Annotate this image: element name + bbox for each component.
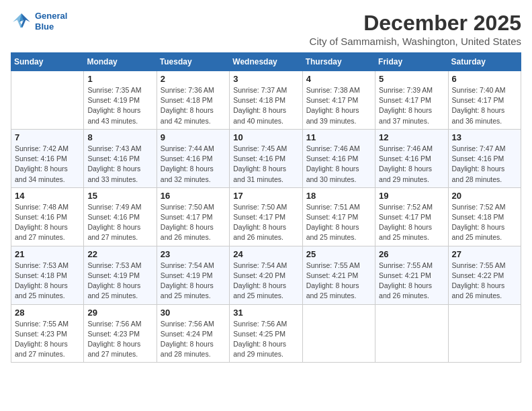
calendar-cell: 22Sunrise: 7:53 AM Sunset: 4:19 PM Dayli… xyxy=(84,246,157,304)
day-number: 15 xyxy=(87,191,152,201)
day-number: 11 xyxy=(306,132,371,142)
day-info: Sunrise: 7:43 AM Sunset: 4:16 PM Dayligh… xyxy=(87,144,152,185)
calendar-cell: 7Sunrise: 7:42 AM Sunset: 4:16 PM Daylig… xyxy=(11,129,84,187)
weekday-header-saturday: Saturday xyxy=(448,53,521,71)
day-number: 7 xyxy=(15,132,80,142)
calendar-cell: 14Sunrise: 7:48 AM Sunset: 4:16 PM Dayli… xyxy=(11,187,84,246)
day-number: 16 xyxy=(161,191,226,201)
calendar-cell: 13Sunrise: 7:47 AM Sunset: 4:16 PM Dayli… xyxy=(448,129,521,187)
calendar-cell: 25Sunrise: 7:55 AM Sunset: 4:21 PM Dayli… xyxy=(302,246,375,304)
title-section: December 2025 City of Sammamish, Washing… xyxy=(310,11,521,47)
day-number: 30 xyxy=(161,308,226,318)
day-number: 19 xyxy=(379,191,444,201)
day-info: Sunrise: 7:53 AM Sunset: 4:18 PM Dayligh… xyxy=(15,261,80,302)
calendar-cell xyxy=(302,304,375,363)
day-info: Sunrise: 7:49 AM Sunset: 4:16 PM Dayligh… xyxy=(87,202,152,243)
day-info: Sunrise: 7:40 AM Sunset: 4:17 PM Dayligh… xyxy=(452,85,517,126)
month-title: December 2025 xyxy=(310,11,521,36)
calendar-cell: 9Sunrise: 7:44 AM Sunset: 4:16 PM Daylig… xyxy=(157,129,229,187)
day-number: 9 xyxy=(161,132,226,142)
calendar-cell: 3Sunrise: 7:37 AM Sunset: 4:18 PM Daylig… xyxy=(230,71,302,130)
logo: General Blue xyxy=(11,11,67,32)
day-number: 27 xyxy=(452,249,517,259)
calendar-cell: 21Sunrise: 7:53 AM Sunset: 4:18 PM Dayli… xyxy=(11,246,84,304)
calendar-cell: 20Sunrise: 7:52 AM Sunset: 4:18 PM Dayli… xyxy=(448,187,521,246)
day-info: Sunrise: 7:55 AM Sunset: 4:21 PM Dayligh… xyxy=(379,261,444,302)
calendar-cell: 2Sunrise: 7:36 AM Sunset: 4:18 PM Daylig… xyxy=(157,71,229,130)
day-info: Sunrise: 7:55 AM Sunset: 4:23 PM Dayligh… xyxy=(15,319,80,360)
weekday-header-friday: Friday xyxy=(375,53,448,71)
day-info: Sunrise: 7:38 AM Sunset: 4:17 PM Dayligh… xyxy=(306,85,371,126)
day-number: 6 xyxy=(452,74,517,84)
calendar-cell: 27Sunrise: 7:55 AM Sunset: 4:22 PM Dayli… xyxy=(448,246,521,304)
calendar-cell: 11Sunrise: 7:46 AM Sunset: 4:16 PM Dayli… xyxy=(302,129,375,187)
day-info: Sunrise: 7:50 AM Sunset: 4:17 PM Dayligh… xyxy=(161,202,226,243)
weekday-header-wednesday: Wednesday xyxy=(230,53,302,71)
weekday-header-monday: Monday xyxy=(84,53,157,71)
calendar-cell xyxy=(375,304,448,363)
day-info: Sunrise: 7:39 AM Sunset: 4:17 PM Dayligh… xyxy=(379,85,444,126)
calendar-table: SundayMondayTuesdayWednesdayThursdayFrid… xyxy=(11,52,521,363)
calendar-cell: 30Sunrise: 7:56 AM Sunset: 4:24 PM Dayli… xyxy=(157,304,229,363)
day-number: 14 xyxy=(15,191,80,201)
day-info: Sunrise: 7:48 AM Sunset: 4:16 PM Dayligh… xyxy=(15,202,80,243)
calendar-cell: 28Sunrise: 7:55 AM Sunset: 4:23 PM Dayli… xyxy=(11,304,84,363)
day-number: 24 xyxy=(233,249,298,259)
calendar-cell: 12Sunrise: 7:46 AM Sunset: 4:16 PM Dayli… xyxy=(375,129,448,187)
calendar-week-1: 7Sunrise: 7:42 AM Sunset: 4:16 PM Daylig… xyxy=(11,129,521,187)
day-info: Sunrise: 7:56 AM Sunset: 4:24 PM Dayligh… xyxy=(161,319,226,360)
calendar-week-0: 1Sunrise: 7:35 AM Sunset: 4:19 PM Daylig… xyxy=(11,71,521,130)
calendar-cell: 31Sunrise: 7:56 AM Sunset: 4:25 PM Dayli… xyxy=(230,304,302,363)
calendar-cell: 1Sunrise: 7:35 AM Sunset: 4:19 PM Daylig… xyxy=(84,71,157,130)
day-number: 17 xyxy=(233,191,298,201)
calendar-header-row: SundayMondayTuesdayWednesdayThursdayFrid… xyxy=(11,53,521,71)
day-info: Sunrise: 7:45 AM Sunset: 4:16 PM Dayligh… xyxy=(233,144,298,185)
day-number: 12 xyxy=(379,132,444,142)
day-number: 26 xyxy=(379,249,444,259)
day-number: 28 xyxy=(15,308,80,318)
day-number: 1 xyxy=(87,74,152,84)
day-number: 5 xyxy=(379,74,444,84)
page-header: General Blue December 2025 City of Samma… xyxy=(11,11,521,47)
day-number: 25 xyxy=(306,249,371,259)
day-info: Sunrise: 7:52 AM Sunset: 4:17 PM Dayligh… xyxy=(379,202,444,243)
day-info: Sunrise: 7:46 AM Sunset: 4:16 PM Dayligh… xyxy=(379,144,444,185)
calendar-cell: 26Sunrise: 7:55 AM Sunset: 4:21 PM Dayli… xyxy=(375,246,448,304)
calendar-week-4: 28Sunrise: 7:55 AM Sunset: 4:23 PM Dayli… xyxy=(11,304,521,363)
day-info: Sunrise: 7:50 AM Sunset: 4:17 PM Dayligh… xyxy=(233,202,298,243)
calendar-week-2: 14Sunrise: 7:48 AM Sunset: 4:16 PM Dayli… xyxy=(11,187,521,246)
day-info: Sunrise: 7:35 AM Sunset: 4:19 PM Dayligh… xyxy=(87,85,152,126)
day-info: Sunrise: 7:56 AM Sunset: 4:23 PM Dayligh… xyxy=(87,319,152,360)
day-info: Sunrise: 7:47 AM Sunset: 4:16 PM Dayligh… xyxy=(452,144,517,185)
day-number: 10 xyxy=(233,132,298,142)
calendar-cell: 4Sunrise: 7:38 AM Sunset: 4:17 PM Daylig… xyxy=(302,71,375,130)
calendar-cell: 5Sunrise: 7:39 AM Sunset: 4:17 PM Daylig… xyxy=(375,71,448,130)
day-info: Sunrise: 7:56 AM Sunset: 4:25 PM Dayligh… xyxy=(233,319,298,360)
logo-text: General Blue xyxy=(35,11,67,32)
calendar-cell: 16Sunrise: 7:50 AM Sunset: 4:17 PM Dayli… xyxy=(157,187,229,246)
day-info: Sunrise: 7:55 AM Sunset: 4:21 PM Dayligh… xyxy=(306,261,371,302)
day-info: Sunrise: 7:46 AM Sunset: 4:16 PM Dayligh… xyxy=(306,144,371,185)
day-number: 8 xyxy=(87,132,152,142)
calendar-cell: 29Sunrise: 7:56 AM Sunset: 4:23 PM Dayli… xyxy=(84,304,157,363)
day-info: Sunrise: 7:36 AM Sunset: 4:18 PM Dayligh… xyxy=(161,85,226,126)
day-number: 18 xyxy=(306,191,371,201)
day-number: 2 xyxy=(161,74,226,84)
calendar-cell: 18Sunrise: 7:51 AM Sunset: 4:17 PM Dayli… xyxy=(302,187,375,246)
day-info: Sunrise: 7:52 AM Sunset: 4:18 PM Dayligh… xyxy=(452,202,517,243)
day-number: 21 xyxy=(15,249,80,259)
calendar-cell: 17Sunrise: 7:50 AM Sunset: 4:17 PM Dayli… xyxy=(230,187,302,246)
calendar-cell: 24Sunrise: 7:54 AM Sunset: 4:20 PM Dayli… xyxy=(230,246,302,304)
calendar-cell: 15Sunrise: 7:49 AM Sunset: 4:16 PM Dayli… xyxy=(84,187,157,246)
day-info: Sunrise: 7:42 AM Sunset: 4:16 PM Dayligh… xyxy=(15,144,80,185)
day-info: Sunrise: 7:44 AM Sunset: 4:16 PM Dayligh… xyxy=(161,144,226,185)
calendar-cell: 10Sunrise: 7:45 AM Sunset: 4:16 PM Dayli… xyxy=(230,129,302,187)
day-info: Sunrise: 7:51 AM Sunset: 4:17 PM Dayligh… xyxy=(306,202,371,243)
logo-icon xyxy=(11,12,32,31)
weekday-header-sunday: Sunday xyxy=(11,53,84,71)
calendar-cell: 8Sunrise: 7:43 AM Sunset: 4:16 PM Daylig… xyxy=(84,129,157,187)
location-title: City of Sammamish, Washington, United St… xyxy=(310,36,521,47)
weekday-header-tuesday: Tuesday xyxy=(157,53,229,71)
day-number: 13 xyxy=(452,132,517,142)
day-number: 29 xyxy=(87,308,152,318)
